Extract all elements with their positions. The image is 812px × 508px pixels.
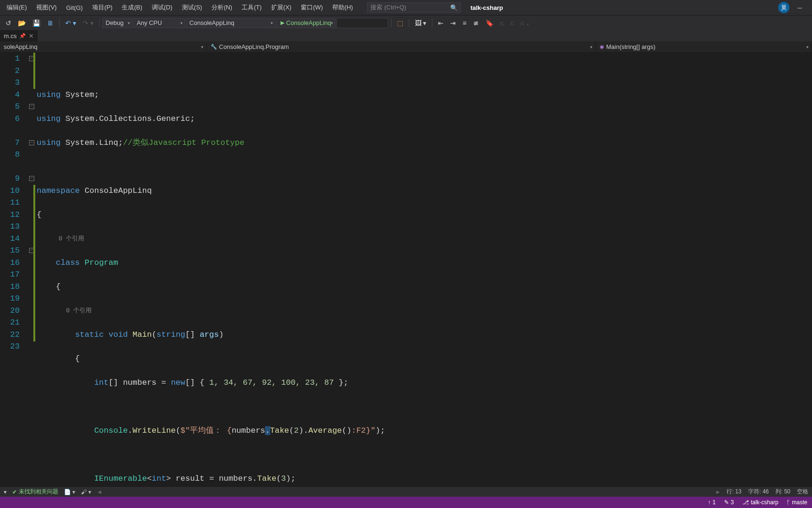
run-button[interactable]: ConsoleAppLinq (276, 18, 335, 28)
separator (391, 19, 391, 27)
brush-icon[interactable]: 🖌 ▾ (81, 489, 91, 495)
issues-status[interactable]: 未找到相关问题 (12, 488, 58, 496)
solution-name: talk-csharp (470, 4, 503, 11)
menu-test[interactable]: 测试(S) (177, 0, 207, 15)
menu-tools[interactable]: 工具(T) (237, 0, 266, 15)
comment: //类似Javascript Prototype (123, 138, 244, 147)
platform-dropdown[interactable]: Any CPU (133, 18, 185, 28)
search-icon: 🔍 (450, 4, 458, 11)
fold-column[interactable]: − − − − − (28, 53, 37, 486)
redo-icon[interactable]: ↷ ▾ (80, 18, 96, 28)
git-repo[interactable]: ⎇ talk-csharp (742, 499, 779, 506)
status-bar: ↑ 1 ✎ 3 ⎇ talk-csharp ᚶ maste (0, 497, 812, 508)
save-icon[interactable]: 💾 (30, 18, 43, 28)
nav-project-dropdown[interactable]: soleAppLinq (0, 41, 207, 52)
fold-toggle[interactable]: − (29, 140, 34, 145)
menu-help[interactable]: 帮助(H) (328, 0, 358, 15)
project-dropdown[interactable]: ConsoleAppLinq (186, 18, 275, 28)
menu-analyze[interactable]: 分析(N) (207, 0, 237, 15)
git-outgoing[interactable]: ↑ 1 (708, 499, 716, 506)
menu-ext[interactable]: 扩展(X) (266, 0, 296, 15)
pin-icon[interactable]: 📌 (19, 33, 26, 39)
git-branch[interactable]: ᚶ maste (787, 499, 807, 506)
avatar[interactable]: 昊 (778, 2, 789, 13)
separator (409, 19, 409, 27)
menu-project[interactable]: 项目(P) (87, 0, 117, 15)
minimize-button[interactable]: ─ (789, 1, 810, 14)
nav-method-dropdown[interactable]: ◉ Main(string[] args) (596, 41, 812, 52)
separator (99, 19, 100, 27)
menu-edit[interactable]: 编辑(E) (2, 0, 31, 15)
change-marker (33, 53, 35, 89)
file-tab-active[interactable]: m.cs 📌 ✕ (0, 30, 38, 41)
uncomment-icon[interactable]: ≢ (470, 18, 482, 28)
array-literal: 1, 34, 67, 92, 100, 23, 87 (209, 378, 334, 387)
code-area[interactable]: using System; using System.Collections.G… (37, 53, 812, 486)
search-input[interactable]: 搜索 (Ctrl+Q) 🔍 (367, 2, 461, 13)
caret-char: 字符: 46 (748, 488, 769, 496)
error-list-bar: ▾ 未找到相关问题 📄 ▾ 🖌 ▾ ◄ ► 行: 13 字符: 46 列: 50… (0, 486, 812, 497)
menu-window[interactable]: 窗口(W) (296, 0, 328, 15)
filter-icon[interactable]: 📄 ▾ (64, 489, 75, 495)
menu-build[interactable]: 生成(B) (117, 0, 147, 15)
nav-method-label: Main(string[] args) (606, 43, 656, 50)
separator (59, 19, 60, 27)
codelens-references[interactable]: 0 个引用 (66, 307, 92, 314)
method-icon: ◉ (600, 44, 604, 50)
close-icon[interactable]: ✕ (29, 32, 34, 40)
menu-debug[interactable]: 调试(D) (147, 0, 177, 15)
separator (432, 19, 432, 27)
save-all-icon[interactable]: 🗎 (44, 18, 56, 28)
config-dropdown[interactable]: Debug (102, 18, 133, 28)
string-literal: 平均值： (190, 426, 222, 435)
fold-toggle[interactable]: − (29, 176, 34, 181)
empty-textbox[interactable] (336, 18, 388, 28)
open-icon[interactable]: 📂 (15, 18, 29, 28)
disabled-icon: ⎌ (508, 18, 517, 28)
bookmark-icon[interactable]: 🔖 (483, 18, 496, 28)
outdent-icon[interactable]: ⇤ (435, 18, 446, 28)
pic-icon[interactable]: 🖼 ▾ (412, 18, 429, 28)
caret-col: 列: 50 (775, 488, 790, 496)
menu-view[interactable]: 视图(V) (31, 0, 61, 15)
chevron-down-icon[interactable]: ▾ (4, 489, 7, 495)
line-number-gutter: 1234 56 78 9101112 13141516 17181920 212… (0, 53, 28, 486)
fold-toggle[interactable]: − (29, 104, 34, 109)
search-placeholder: 搜索 (Ctrl+Q) (370, 3, 406, 12)
change-marker (33, 185, 35, 341)
nav-project-label: soleAppLinq (4, 43, 38, 50)
menu-git[interactable]: Git(G) (62, 1, 87, 14)
codelens-references[interactable]: 0 个引用 (59, 235, 85, 242)
undo-icon[interactable]: ↶ ▾ (62, 18, 79, 28)
nav-class-label: ConsoleAppLinq.Program (219, 43, 289, 50)
disabled-icon: ⎌ (497, 18, 507, 28)
caret-line: 行: 13 (726, 488, 742, 496)
step-icon[interactable]: ⬚ (394, 18, 406, 28)
menu-bar: 编辑(E) 视图(V) Git(G) 项目(P) 生成(B) 调试(D) 测试(… (0, 0, 812, 15)
main-toolbar: ↺ 📂 💾 🗎 ↶ ▾ ↷ ▾ Debug Any CPU ConsoleApp… (0, 15, 812, 30)
nav-bar: soleAppLinq 🔧 ConsoleAppLinq.Program ◉ M… (0, 41, 812, 53)
code-editor[interactable]: 1234 56 78 9101112 13141516 17181920 212… (0, 53, 812, 486)
nav-class-dropdown[interactable]: 🔧 ConsoleAppLinq.Program (207, 41, 596, 52)
class-icon: 🔧 (211, 44, 217, 50)
indent-icon[interactable]: ⇥ (447, 18, 459, 28)
disabled-icon: ⎌ ▾ (518, 18, 533, 28)
comment-icon[interactable]: ≡ (460, 18, 469, 28)
tab-bar: m.cs 📌 ✕ (0, 30, 812, 41)
back-icon[interactable]: ↺ (3, 18, 14, 28)
tab-label: m.cs (4, 32, 16, 40)
git-incoming[interactable]: ✎ 3 (724, 499, 734, 506)
indent-mode[interactable]: 空格 (797, 488, 808, 496)
